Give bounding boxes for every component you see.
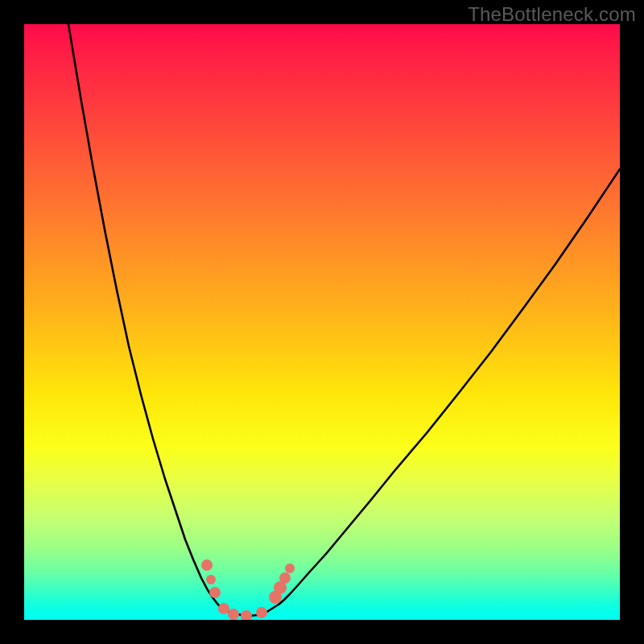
chart-svg bbox=[24, 24, 620, 620]
curve-right-curve bbox=[272, 169, 620, 609]
marker-point bbox=[206, 575, 216, 584]
marker-point bbox=[256, 607, 267, 618]
marker-point bbox=[201, 559, 213, 571]
chart-outer-frame: TheBottleneck.com bbox=[0, 0, 644, 644]
scatter-markers bbox=[201, 559, 295, 620]
plot-area bbox=[24, 24, 620, 620]
marker-point bbox=[218, 603, 229, 614]
curve-left-curve bbox=[68, 24, 221, 608]
marker-point bbox=[241, 610, 252, 620]
marker-point bbox=[285, 564, 295, 573]
marker-point bbox=[228, 609, 239, 620]
marker-point bbox=[279, 572, 291, 584]
marker-point bbox=[209, 587, 221, 598]
curve-lines bbox=[68, 24, 620, 616]
watermark-text: TheBottleneck.com bbox=[468, 3, 636, 26]
